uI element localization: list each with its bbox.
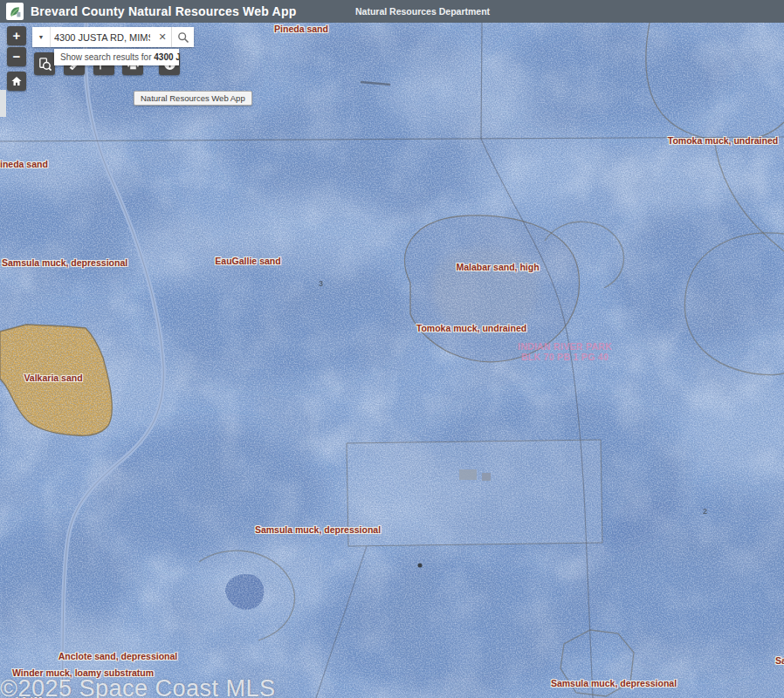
map-canvas[interactable] (0, 23, 784, 698)
soil-unit-number: 3 (319, 279, 323, 288)
address-search-widget: ▼ ✕ (32, 27, 194, 47)
map-scale: 1:2,400 (15, 695, 43, 698)
zoom-out-button[interactable]: − (7, 47, 26, 66)
search-attributes-tool-button[interactable] (34, 52, 55, 75)
building (482, 473, 491, 481)
subdivision-label-line2: BLK 70 PB 1 PG 40 (518, 352, 612, 362)
department-name: Natural Resources Department (355, 6, 490, 17)
point-marker (418, 564, 423, 568)
soil-label: Samsula muck, depressional (255, 524, 381, 535)
suggestion-prefix: Show search results for (60, 52, 154, 62)
soil-label: Malabar sand, high (456, 262, 539, 272)
soil-label: EauGallie sand (215, 256, 280, 266)
soil-label: Samsula muck, depressional (551, 678, 677, 688)
soil-label: Anclote sand, depressional (58, 651, 178, 661)
search-submit-button[interactable] (171, 27, 194, 47)
soil-label: Valkaria sand (24, 373, 82, 383)
suggestion-term: 4300 J... (154, 52, 179, 62)
clear-search-button[interactable]: ✕ (154, 27, 171, 47)
soil-label: Pineda sand (274, 24, 328, 34)
search-suggestion[interactable]: Show search results for 4300 J... (54, 49, 179, 65)
soil-label: Tomoka muck, undrained (668, 135, 778, 146)
soil-label: Samsula muck, depressional (2, 257, 127, 268)
search-document-icon (38, 57, 52, 72)
search-input[interactable] (51, 27, 154, 47)
soil-label: Samsula muck, depressional (775, 655, 784, 666)
app-title: Brevard County Natural Resources Web App (31, 4, 296, 18)
natural-resources-web-app: Pineda sandPineda sandTomoka muck, undra… (0, 0, 784, 698)
panel-edge-strip (0, 90, 6, 117)
soil-unit-number: 2 (703, 507, 707, 516)
search-icon (177, 31, 189, 44)
subdivision-label: INDIAN RIVER PARK BLK 70 PB 1 PG 40 (518, 341, 612, 362)
home-extent-button[interactable] (7, 72, 26, 91)
imagery-noise-light (0, 23, 784, 698)
search-source-dropdown[interactable]: ▼ (32, 27, 51, 47)
home-icon (10, 75, 23, 87)
zoom-in-button[interactable]: + (7, 26, 26, 45)
county-leaf-logo (6, 3, 24, 20)
app-header: Brevard County Natural Resources Web App… (0, 0, 784, 23)
leaf-icon (8, 4, 22, 18)
subdivision-label-line1: INDIAN RIVER PARK (518, 341, 612, 352)
soil-label: Tomoka muck, undrained (416, 323, 526, 333)
building (459, 469, 477, 480)
toolbar-tooltip: Natural Resources Web App (134, 91, 252, 106)
map-viewport[interactable]: Pineda sandPineda sandTomoka muck, undra… (0, 23, 784, 698)
soil-label: Pineda sand (0, 159, 48, 169)
